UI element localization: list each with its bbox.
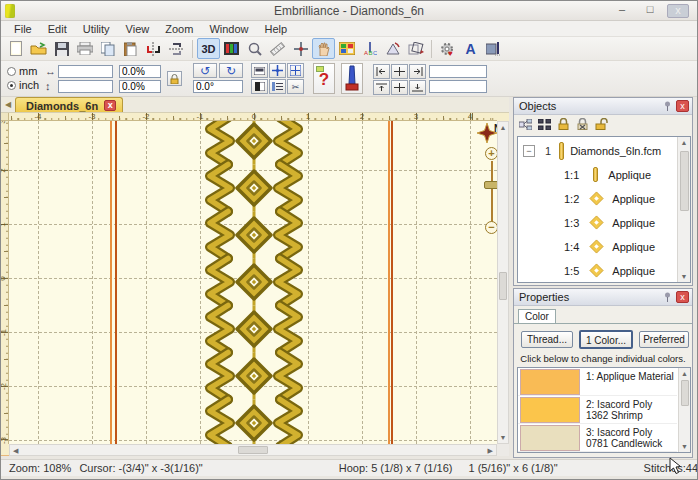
color-scrollbar[interactable]: ▲ ▼ — [678, 368, 690, 452]
width-percent-input[interactable] — [119, 65, 161, 78]
canvas-hscrollbar[interactable]: ◀ ▶ — [9, 444, 497, 456]
color-swatch[interactable] — [520, 397, 580, 423]
minimize-button[interactable]: – — [611, 4, 633, 18]
color-row[interactable]: 3: Isacord Poly0781 Candlewick — [518, 424, 677, 452]
tree-item-row[interactable]: 1:1 Applique — [518, 163, 676, 186]
tab-scroll-left-icon[interactable]: ◀ — [5, 100, 11, 109]
objects-scrollbar[interactable]: ▲ ▼ — [677, 137, 690, 282]
menu-window[interactable]: Window — [202, 22, 255, 36]
scroll-right-icon[interactable]: ▶ — [488, 447, 493, 455]
maximize-button[interactable]: □ — [639, 4, 661, 18]
trim-button[interactable]: ✂ — [287, 79, 304, 94]
tree-expand-button[interactable] — [538, 119, 551, 132]
lock-open-button[interactable] — [595, 118, 610, 132]
one-color-button[interactable]: 1 Color... — [579, 330, 633, 349]
menu-file[interactable]: File — [7, 22, 39, 36]
print-button[interactable] — [73, 38, 96, 59]
tab-diamonds[interactable]: Diamonds_6n x — [15, 97, 123, 112]
rotation-input[interactable] — [193, 80, 243, 93]
design-properties-button[interactable] — [335, 38, 358, 59]
copy-button[interactable] — [96, 38, 119, 59]
color-swatch[interactable] — [520, 425, 580, 451]
zoom-out-button[interactable]: − — [485, 221, 497, 234]
design-viewport[interactable]: N + − — [9, 121, 497, 444]
stitch-abc-button[interactable]: ABC — [358, 38, 381, 59]
fit-hoop-button[interactable] — [287, 63, 304, 78]
pin-icon[interactable] — [662, 101, 673, 112]
lettering-button[interactable]: A — [459, 38, 482, 59]
color-swatch[interactable] — [520, 369, 580, 395]
menu-edit[interactable]: Edit — [41, 22, 74, 36]
measure-button[interactable] — [266, 38, 289, 59]
menu-view[interactable]: View — [119, 22, 157, 36]
realistic-preview-button[interactable] — [220, 38, 243, 59]
flip-horizontal-button[interactable] — [142, 38, 165, 59]
undo-button[interactable]: ↺ — [193, 63, 217, 78]
align-top-button[interactable] — [373, 80, 390, 95]
preferred-button[interactable]: Preferred — [639, 331, 689, 348]
scroll-up-icon[interactable]: ▲ — [678, 139, 690, 146]
width-input[interactable] — [58, 65, 113, 78]
position-button[interactable] — [289, 38, 312, 59]
properties-close-icon[interactable]: x — [676, 291, 689, 303]
contrast-button[interactable] — [251, 79, 268, 94]
objects-scroll-thumb[interactable] — [680, 151, 689, 211]
3d-view-button[interactable]: 3D — [197, 38, 220, 59]
pin-icon[interactable] — [662, 292, 673, 303]
tree-item-row[interactable]: 1:3 Applique — [518, 211, 676, 234]
pan-button[interactable] — [312, 38, 335, 59]
stitch-list-button[interactable] — [269, 79, 286, 94]
color-scroll-thumb[interactable] — [681, 380, 689, 406]
save-stitches-button[interactable] — [482, 38, 505, 59]
height-percent-input[interactable] — [119, 80, 161, 93]
scroll-down-icon[interactable]: ▼ — [678, 273, 690, 280]
align-x-input[interactable] — [429, 65, 487, 78]
stitch-simulator-button[interactable] — [341, 63, 363, 94]
scroll-down-icon[interactable]: ▼ — [498, 434, 508, 441]
menu-utility[interactable]: Utility — [76, 22, 117, 36]
color-row[interactable]: 2: Isacord Poly1362 Shrimp — [518, 396, 677, 424]
embroidery-design[interactable] — [9, 121, 497, 444]
radio-inch[interactable]: inch — [7, 79, 39, 91]
zoom-tool-button[interactable] — [243, 38, 266, 59]
center-design-button[interactable] — [269, 63, 286, 78]
height-input[interactable] — [58, 80, 113, 93]
radio-mm[interactable]: mm — [7, 65, 37, 77]
lock-x-button[interactable] — [576, 118, 589, 132]
paste-button[interactable] — [119, 38, 142, 59]
color-row[interactable]: 4: Isacord Poly1362 Shrimp — [518, 452, 677, 453]
tree-collapse-button[interactable] — [519, 119, 532, 132]
lock-aspect-button[interactable] — [167, 71, 182, 86]
redo-button[interactable]: ↻ — [219, 63, 243, 78]
scroll-left-icon[interactable]: ◀ — [13, 447, 18, 455]
tree-root-row[interactable]: − 1 Diamonds_6ln.fcm — [518, 139, 676, 162]
scroll-up-icon[interactable]: ▲ — [679, 370, 690, 377]
menu-help[interactable]: Help — [258, 22, 295, 36]
menu-zoom[interactable]: Zoom — [158, 22, 200, 36]
tab-color[interactable]: Color — [518, 309, 556, 324]
scroll-up-icon[interactable]: ▲ — [498, 124, 508, 131]
align-y-input[interactable] — [429, 80, 487, 93]
align-center-h-button[interactable] — [391, 64, 408, 79]
zoom-slider-handle[interactable] — [484, 181, 497, 189]
open-button[interactable] — [27, 38, 50, 59]
lock-closed-button[interactable] — [557, 118, 570, 132]
tree-expand-box[interactable]: − — [523, 145, 535, 157]
vscroll-thumb[interactable] — [499, 272, 507, 300]
show-hoop-button[interactable] — [251, 63, 268, 78]
free-rotate-button[interactable] — [404, 38, 427, 59]
tree-item-row[interactable]: 1:2 Applique — [518, 187, 676, 210]
tree-item-row[interactable]: 1:5 Applique — [518, 259, 676, 282]
align-left-button[interactable] — [373, 64, 390, 79]
tree-item-row[interactable]: 1:4 Applique — [518, 235, 676, 258]
zoom-in-button[interactable]: + — [485, 147, 497, 160]
help-notes-button[interactable]: ? — [313, 63, 335, 94]
rotate-button[interactable] — [381, 38, 404, 59]
flip-vertical-button[interactable] — [165, 38, 188, 59]
align-right-button[interactable] — [409, 64, 426, 79]
close-button[interactable]: x — [667, 4, 689, 18]
new-button[interactable] — [4, 38, 27, 59]
tab-close-icon[interactable]: x — [104, 100, 116, 111]
align-bottom-button[interactable] — [409, 80, 426, 95]
settings-button[interactable]: ♥ — [436, 38, 459, 59]
